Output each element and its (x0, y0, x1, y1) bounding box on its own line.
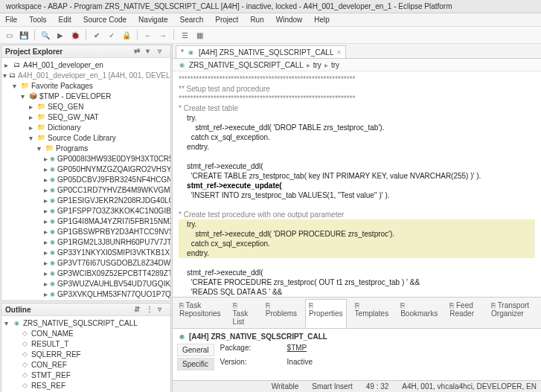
tree-item[interactable]: ▾$TMP - DEVELOPER (3, 91, 169, 101)
bottom-tab-feed-reader[interactable]: ⎘ Feed Reader (446, 299, 483, 328)
properties-side-specific[interactable]: Specific (177, 358, 214, 370)
bottom-tab-templates[interactable]: ⎘ Templates (351, 299, 393, 328)
project-explorer-title: Project Explorer (5, 48, 63, 56)
tree-item[interactable]: ▸GP1FSPP7O3Z3KKOK4C1N0GIBPE1 (3, 205, 169, 216)
abap-program-icon (187, 48, 196, 57)
tree-item[interactable]: ▾ZRS_NATIVE_SQLSCRIPT_CALL (3, 318, 169, 328)
perspective-icon[interactable]: ▦ (193, 29, 205, 41)
bottom-tab-bookmarks[interactable]: ⎘ Bookmarks (397, 299, 441, 328)
status-connection: A4H, 001, vhcala4hci, DEVELOPER, EN (402, 382, 537, 391)
tree-item[interactable]: ▸GP3WCIBX09Z52EPCBTT4289ZTXBJ (3, 268, 169, 278)
status-bar: Writable Smart Insert 49 : 32 A4H, 001, … (173, 380, 541, 392)
tree-item[interactable]: ▸A4H_001_developer_en (3, 60, 169, 70)
search-icon[interactable]: 🔍 (39, 29, 51, 41)
back-icon[interactable]: ← (142, 29, 154, 41)
outline-tree[interactable]: ▾ZRS_NATIVE_SQLSCRIPT_CALLCON_NAMERESULT… (1, 316, 170, 392)
tree-item[interactable]: ▸GP1G4I8MAJ4YZRI7I5FBR15NMXGI (3, 216, 169, 226)
collapse-all-icon[interactable]: ▾ (146, 47, 155, 56)
tree-item[interactable]: ▸GP1ESIGVJEKR2N208RJDG40LGW6A (3, 195, 169, 205)
properties-side-general[interactable]: General (177, 344, 214, 356)
new-icon[interactable]: ▭ (3, 29, 15, 41)
debug-icon[interactable]: 🐞 (69, 29, 81, 41)
check-icon[interactable]: ✓ (106, 29, 118, 41)
view-menu-icon[interactable]: ▿ (158, 47, 167, 56)
code-editor[interactable]: ****************************************… (173, 71, 541, 297)
abap-program-icon (177, 60, 186, 69)
menu-tools[interactable]: Tools (27, 15, 48, 25)
window-title: workspace - ABAP - Program ZRS_NATIVE_SQ… (0, 0, 541, 13)
menu-run[interactable]: Run (248, 15, 266, 25)
bottom-tab-task-repositories[interactable]: ⎘ Task Repositories (176, 299, 225, 328)
sort-icon[interactable]: ⇵ (134, 305, 143, 314)
main-toolbar: ▭ 💾 🔍 ▶ 🐞 ✔ ✓ 🔒 ← → ☰ ▦ (0, 27, 541, 44)
abap-program-icon (177, 332, 186, 341)
bottom-tab-transport-organizer[interactable]: ⎘ Transport Organizer (487, 299, 538, 328)
tree-item[interactable]: ▸SEQ_GW_NAT (3, 112, 169, 122)
link-editor-icon[interactable]: ⇄ (134, 47, 143, 56)
tree-item[interactable]: ▸Dictionary (3, 122, 169, 132)
menu-window[interactable]: Window (274, 15, 305, 25)
menu-source-code[interactable]: Source Code (81, 15, 129, 25)
tree-item[interactable]: ▾Programs (3, 143, 169, 153)
tree-item[interactable]: CON_REF (3, 359, 169, 370)
project-explorer-tree[interactable]: ▸A4H_001_developer_en▾A4H_001_developer_… (1, 58, 170, 301)
lock-icon[interactable]: 🔒 (121, 29, 132, 41)
tree-item[interactable]: RES_REF (3, 380, 169, 391)
tree-item[interactable]: ▾Favorite Packages (3, 80, 169, 91)
editor-tab[interactable]: [A4H] ZRS_NATIVE_SQLSCRIPT_CALL × (176, 45, 346, 58)
menu-search[interactable]: Search (178, 15, 206, 25)
menu-bar: FileToolsEditSource CodeNavigateSearchPr… (0, 13, 541, 27)
version-label: Version: (220, 358, 280, 370)
tree-item[interactable]: ▾Source Code Library (3, 132, 169, 143)
bottom-tab-task-list[interactable]: ⎘ Task List (229, 299, 257, 328)
menu-file[interactable]: File (3, 15, 19, 25)
breadcrumb[interactable]: ZRS_NATIVE_SQLSCRIPT_CALL▸try▸try (173, 59, 541, 71)
bottom-tab-bar: ⎘ Task Repositories⎘ Task List⎘ Problems… (173, 297, 541, 328)
bottom-tab-problems[interactable]: ⎘ Problems (262, 299, 301, 328)
package-value[interactable]: $TMP (287, 344, 313, 356)
save-icon[interactable]: 💾 (18, 29, 30, 41)
activate-icon[interactable]: ✔ (91, 29, 103, 41)
tree-item[interactable]: ▸GP3VT76I67USGDOBZL8Z34DWBRLQA (3, 257, 169, 268)
tree-item[interactable]: RESULT_T (3, 338, 169, 349)
status-cursor-pos: 49 : 32 (366, 382, 389, 391)
outline-title: Outline (5, 306, 31, 314)
tree-item[interactable]: ▸GP33Y1NKYXI0SMIPI3VKTKB1XIKTB9 (3, 247, 169, 257)
version-value: Inactive (287, 358, 313, 370)
outline-icon[interactable]: ☰ (179, 29, 191, 41)
filter-icon[interactable]: ⋮ (146, 305, 155, 314)
breadcrumb-segment[interactable]: try (331, 61, 339, 69)
status-insert-mode: Smart Insert (312, 382, 352, 391)
tree-item[interactable]: ▸GP3WUZVAUHLBV54UD7UGQIKXXECW (3, 278, 169, 289)
properties-view: [A4H] ZRS_NATIVE_SQLSCRIPT_CALL GeneralS… (173, 328, 541, 380)
menu-edit[interactable]: Edit (56, 15, 73, 25)
editor-tab-bar: [A4H] ZRS_NATIVE_SQLSCRIPT_CALL × (173, 44, 541, 59)
tree-item[interactable]: SQLERR_REF (3, 349, 169, 359)
menu-project[interactable]: Project (213, 15, 240, 25)
run-icon[interactable]: ▶ (54, 29, 66, 41)
tree-item[interactable]: ▸GP0008I3HW93E0DY9H3XT0CR5 (3, 153, 169, 164)
breadcrumb-segment[interactable]: try (313, 61, 321, 69)
bottom-tab-properties[interactable]: ⎘ Properties (305, 299, 347, 328)
package-label: Package: (220, 344, 280, 356)
breadcrumb-segment[interactable]: ZRS_NATIVE_SQLSCRIPT_CALL (189, 61, 304, 69)
tree-item[interactable]: ▸GP0CC1RD7YHVZB4M9WKVGMWML6Z2 (3, 184, 169, 195)
tree-item[interactable]: CON_NAME (3, 328, 169, 338)
menu-navigate[interactable]: Navigate (136, 15, 170, 25)
tree-item[interactable]: ▸GP1RGM2L3J8UNRH60PU7V7JTQH (3, 237, 169, 247)
tree-item[interactable]: ▸GP05DCBVJ9FBR3245NF4HCGN5WD (3, 174, 169, 184)
tree-item[interactable]: ▸SEQ_GEN (3, 101, 169, 112)
status-writable: Writable (272, 382, 299, 391)
close-tab-icon[interactable]: × (336, 48, 341, 57)
tree-item[interactable]: ▾A4H_001_developer_en_1 [A4H, 001, DEVEL… (3, 70, 169, 80)
tree-item[interactable]: ▸GP050HNYMZGZQAIGRO2VHSYEXUMHY (3, 164, 169, 174)
outline-menu-icon[interactable]: ▿ (158, 305, 167, 314)
forward-icon[interactable]: → (157, 29, 169, 41)
tree-item[interactable]: STMT_REF (3, 370, 169, 380)
tree-item[interactable]: ▸GP1GBSWPRBY2D3AHTCC9NVSNC0T (3, 226, 169, 237)
tree-item[interactable]: ▸GP3XVKQLHM53FN77QUO1P7QN4O (3, 289, 169, 299)
menu-help[interactable]: Help (312, 15, 332, 25)
